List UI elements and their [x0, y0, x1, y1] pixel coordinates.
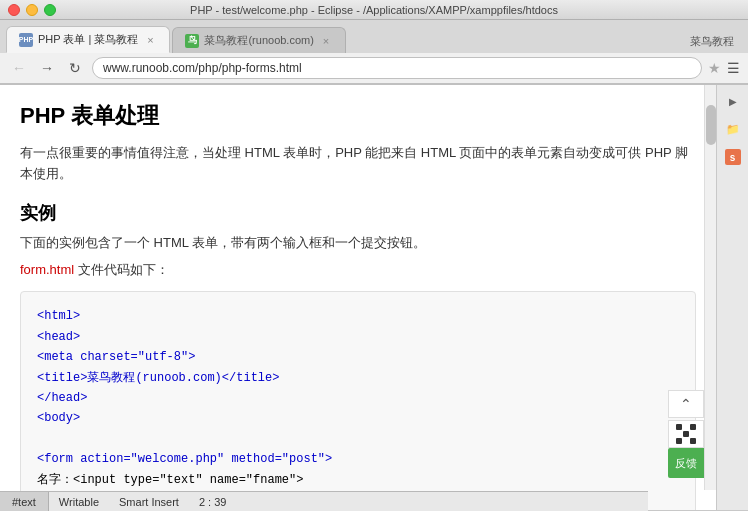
- tab-php-forms[interactable]: PHP PHP 表单 | 菜鸟教程 ×: [6, 26, 170, 53]
- code-text-8: <form action="welcome.php" method="post"…: [37, 452, 332, 466]
- right-sidebar: ▶ 📁 s: [716, 85, 748, 510]
- tab2-close-icon[interactable]: ×: [319, 34, 333, 48]
- code-line-2: <head>: [37, 327, 679, 347]
- editor-writable-status: Writable: [59, 496, 99, 508]
- tab-bar: PHP PHP 表单 | 菜鸟教程 × 鸟 菜鸟教程(runoob.com) ×…: [0, 20, 748, 53]
- feedback-label: 反馈: [675, 456, 697, 471]
- code-text-2: <head>: [37, 330, 80, 344]
- forward-icon: →: [40, 60, 54, 76]
- editor-tab[interactable]: #text: [0, 492, 49, 511]
- minimize-btn[interactable]: [26, 4, 38, 16]
- code-line-6: <body>: [37, 408, 679, 428]
- feedback-button[interactable]: 反馈: [668, 448, 704, 478]
- code-line-7: [37, 429, 679, 449]
- php-favicon-icon: PHP: [19, 33, 33, 47]
- tab2-label: 菜鸟教程(runoob.com): [204, 33, 313, 48]
- forward-button[interactable]: →: [36, 57, 58, 79]
- runoob-favicon-icon: 鸟: [185, 34, 199, 48]
- arrow-right-icon: ▶: [729, 96, 737, 107]
- code-text-9: 名字：<input type="text" name="fname">: [37, 473, 303, 487]
- editor-tab-label: #text: [12, 496, 36, 508]
- eclipse-titlebar: PHP - test/welcome.php - Eclipse - /Appl…: [0, 0, 748, 20]
- code-line-8: <form action="welcome.php" method="post"…: [37, 449, 679, 469]
- code-line-1: <html>: [37, 306, 679, 326]
- code-block: <html> <head> <meta charset="utf-8"> <ti…: [20, 291, 696, 510]
- scrollbar-track[interactable]: [704, 85, 716, 490]
- editor-status-area: Writable Smart Insert 2 : 39: [49, 496, 237, 508]
- file-ref: form.html 文件代码如下：: [20, 261, 696, 279]
- s-icon: s: [725, 149, 741, 165]
- tab-runoob[interactable]: 鸟 菜鸟教程(runoob.com) ×: [172, 27, 345, 53]
- url-text: www.runoob.com/php/php-forms.html: [103, 61, 302, 75]
- sidebar-icon-1[interactable]: ▶: [721, 89, 745, 113]
- tab1-close-icon[interactable]: ×: [143, 33, 157, 47]
- sidebar-icon-3[interactable]: s: [721, 145, 745, 169]
- code-line-9: 名字：<input type="text" name="fname">: [37, 470, 679, 490]
- refresh-icon: ↻: [69, 60, 81, 76]
- chevron-up-icon: ⌃: [680, 396, 692, 412]
- editor-cursor-position: 2 : 39: [199, 496, 227, 508]
- refresh-button[interactable]: ↻: [64, 57, 86, 79]
- close-btn[interactable]: [8, 4, 20, 16]
- bookmark-icon[interactable]: ★: [708, 60, 721, 76]
- back-icon: ←: [12, 60, 26, 76]
- qr-code-button[interactable]: [668, 420, 704, 448]
- intro-text: 有一点很重要的事情值得注意，当处理 HTML 表单时，PHP 能把来自 HTML…: [20, 143, 696, 185]
- code-text-3: <meta charset="utf-8">: [37, 350, 195, 364]
- code-text-6: <body>: [37, 411, 80, 425]
- form-link-text: form.html: [20, 262, 74, 277]
- section-title: 实例: [20, 201, 696, 225]
- code-text-1: <html>: [37, 309, 80, 323]
- web-content: PHP 表单处理 有一点很重要的事情值得注意，当处理 HTML 表单时，PHP …: [0, 85, 716, 510]
- page-title: PHP 表单处理: [20, 101, 696, 131]
- eclipse-title: PHP - test/welcome.php - Eclipse - /Appl…: [8, 4, 740, 16]
- code-line-3: <meta charset="utf-8">: [37, 347, 679, 367]
- scrollbar-thumb[interactable]: [706, 105, 716, 145]
- code-text-4: <title>菜鸟教程(runoob.com)</title>: [37, 371, 279, 385]
- window-controls: [8, 4, 56, 16]
- tab1-label: PHP 表单 | 菜鸟教程: [38, 32, 138, 47]
- form-html-link[interactable]: form.html: [20, 262, 78, 277]
- url-box[interactable]: www.runoob.com/php/php-forms.html: [92, 57, 702, 79]
- address-bar: ← → ↻ www.runoob.com/php/php-forms.html …: [0, 53, 748, 84]
- code-line-4: <title>菜鸟教程(runoob.com)</title>: [37, 368, 679, 388]
- browser-chrome: PHP PHP 表单 | 菜鸟教程 × 鸟 菜鸟教程(runoob.com) ×…: [0, 20, 748, 85]
- file-ref-suffix: 文件代码如下：: [78, 262, 169, 277]
- editor-statusbar: #text Writable Smart Insert 2 : 39: [0, 491, 648, 511]
- folder-icon: 📁: [726, 123, 740, 136]
- tab-brand-label: 菜鸟教程: [690, 34, 742, 53]
- sidebar-icon-2[interactable]: 📁: [721, 117, 745, 141]
- maximize-btn[interactable]: [44, 4, 56, 16]
- back-button[interactable]: ←: [8, 57, 30, 79]
- code-text-5: </head>: [37, 391, 87, 405]
- tab1-favicon: PHP: [19, 33, 33, 47]
- tab2-favicon: 鸟: [185, 34, 199, 48]
- editor-insert-mode: Smart Insert: [119, 496, 179, 508]
- menu-icon[interactable]: ☰: [727, 60, 740, 76]
- scroll-up-button[interactable]: ⌃: [668, 390, 704, 418]
- qr-icon: [676, 424, 696, 444]
- code-line-5: </head>: [37, 388, 679, 408]
- section-desc: 下面的实例包含了一个 HTML 表单，带有两个输入框和一个提交按钮。: [20, 233, 696, 254]
